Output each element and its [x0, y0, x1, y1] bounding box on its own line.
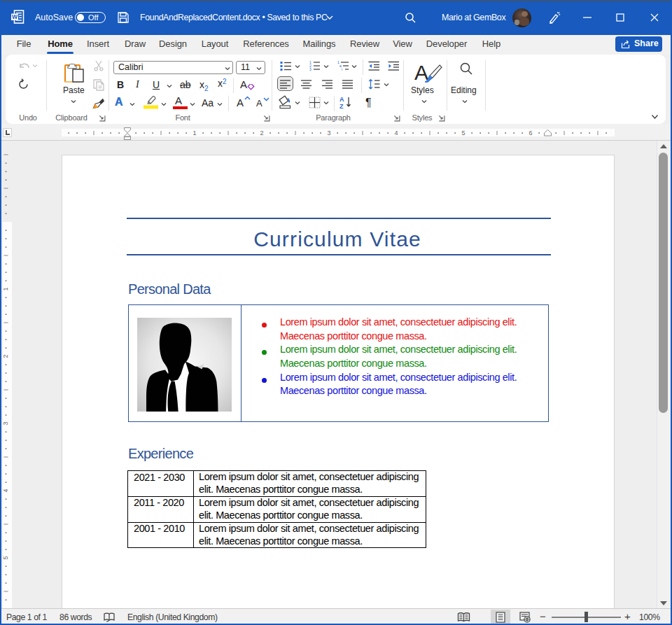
- svg-text:4: 4: [394, 129, 398, 136]
- svg-text:1: 1: [192, 129, 196, 136]
- svg-text:3: 3: [2, 421, 9, 425]
- svg-text:i: i: [342, 67, 342, 71]
- svg-text:4: 4: [2, 489, 9, 492]
- svg-text:1: 1: [2, 287, 9, 290]
- svg-text:W: W: [12, 13, 18, 20]
- svg-text:6: 6: [528, 129, 532, 136]
- svg-text:5: 5: [2, 556, 9, 559]
- svg-text:3: 3: [327, 129, 330, 136]
- svg-text:Z: Z: [340, 103, 344, 109]
- svg-text:A: A: [340, 96, 344, 103]
- svg-text:3: 3: [309, 67, 312, 71]
- svg-text:5: 5: [461, 129, 465, 136]
- svg-text:2: 2: [260, 129, 263, 136]
- svg-text:2: 2: [2, 354, 9, 358]
